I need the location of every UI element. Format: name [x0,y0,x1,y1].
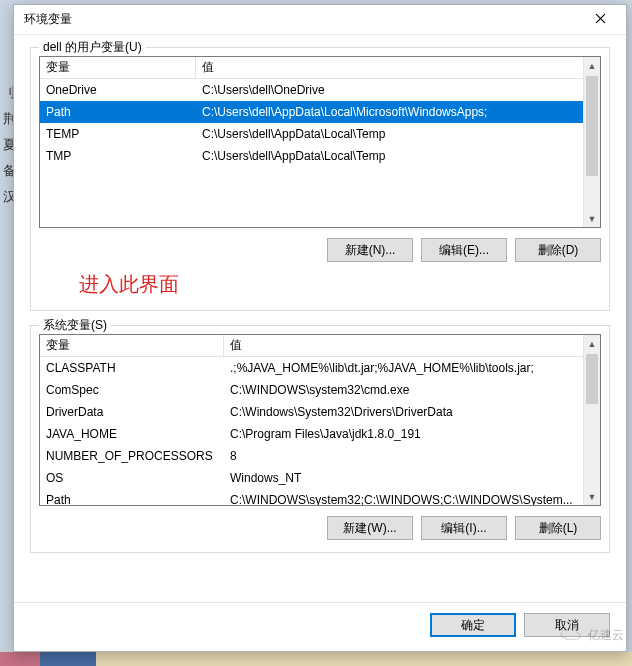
system-vars-group: 系统变量(S) 变量 值 CLASSPATH.;%JAVA_HOME%\lib\… [30,325,610,553]
titlebar[interactable]: 环境变量 [14,5,626,35]
var-name-cell: CLASSPATH [40,361,224,375]
col-header-name[interactable]: 变量 [40,57,196,78]
system-delete-button[interactable]: 删除(L) [515,516,601,540]
var-name-cell: NUMBER_OF_PROCESSORS [40,449,224,463]
window-title: 环境变量 [24,11,578,28]
watermark: 亿速云 [558,625,624,646]
var-name-cell: Path [40,105,196,119]
scrollbar[interactable]: ▲ ▼ [583,57,600,227]
scroll-up-icon[interactable]: ▲ [584,335,600,352]
ok-button[interactable]: 确定 [430,613,516,637]
col-header-value[interactable]: 值 [224,335,600,356]
var-value-cell: C:\WINDOWS\system32;C:\WINDOWS;C:\WINDOW… [224,493,583,505]
var-name-cell: OneDrive [40,83,196,97]
user-delete-button[interactable]: 删除(D) [515,238,601,262]
system-edit-button[interactable]: 编辑(I)... [421,516,507,540]
table-row[interactable]: DriverDataC:\Windows\System32\Drivers\Dr… [40,401,583,423]
var-value-cell: .;%JAVA_HOME%\lib\dt.jar;%JAVA_HOME%\lib… [224,361,583,375]
scroll-up-icon[interactable]: ▲ [584,57,600,74]
user-vars-legend: dell 的用户变量(U) [39,39,146,56]
var-value-cell: C:\Windows\System32\Drivers\DriverData [224,405,583,419]
scroll-down-icon[interactable]: ▼ [584,210,600,227]
var-value-cell: C:\Program Files\Java\jdk1.8.0_191 [224,427,583,441]
user-new-button[interactable]: 新建(N)... [327,238,413,262]
table-row[interactable]: OneDriveC:\Users\dell\OneDrive [40,79,583,101]
table-row[interactable]: NUMBER_OF_PROCESSORS8 [40,445,583,467]
scroll-thumb[interactable] [586,76,598,176]
table-row[interactable]: TMPC:\Users\dell\AppData\Local\Temp [40,145,583,167]
var-name-cell: OS [40,471,224,485]
system-vars-list[interactable]: 变量 值 CLASSPATH.;%JAVA_HOME%\lib\dt.jar;%… [39,334,601,506]
var-value-cell: C:\Users\dell\AppData\Local\Temp [196,127,583,141]
table-row[interactable]: PathC:\WINDOWS\system32;C:\WINDOWS;C:\WI… [40,489,583,505]
table-row[interactable]: ComSpecC:\WINDOWS\system32\cmd.exe [40,379,583,401]
watermark-text: 亿速云 [588,627,624,644]
system-vars-legend: 系统变量(S) [39,317,111,334]
var-value-cell: 8 [224,449,583,463]
dialog-footer: 确定 取消 [14,602,626,651]
user-vars-list[interactable]: 变量 值 OneDriveC:\Users\dell\OneDrivePathC… [39,56,601,228]
table-row[interactable]: OSWindows_NT [40,467,583,489]
scrollbar[interactable]: ▲ ▼ [583,335,600,505]
var-name-cell: TEMP [40,127,196,141]
table-row[interactable]: PathC:\Users\dell\AppData\Local\Microsof… [40,101,583,123]
system-vars-header-row[interactable]: 变量 值 [40,335,600,357]
var-value-cell: C:\Users\dell\AppData\Local\Temp [196,149,583,163]
var-value-cell: C:\Users\dell\OneDrive [196,83,583,97]
scroll-thumb[interactable] [586,354,598,404]
close-icon [595,12,606,27]
user-vars-group: dell 的用户变量(U) 变量 值 OneDriveC:\Users\dell… [30,47,610,311]
env-vars-dialog: 环境变量 dell 的用户变量(U) 变量 值 OneDriveC:\Users… [13,4,627,652]
var-name-cell: TMP [40,149,196,163]
var-value-cell: Windows_NT [224,471,583,485]
table-row[interactable]: JAVA_HOMEC:\Program Files\Java\jdk1.8.0_… [40,423,583,445]
cloud-icon [558,625,584,646]
close-button[interactable] [578,6,622,34]
annotation-text: 进入此界面 [79,271,179,298]
var-value-cell: C:\Users\dell\AppData\Local\Microsoft\Wi… [196,105,583,119]
user-edit-button[interactable]: 编辑(E)... [421,238,507,262]
col-header-value[interactable]: 值 [196,57,600,78]
user-vars-header-row[interactable]: 变量 值 [40,57,600,79]
var-name-cell: ComSpec [40,383,224,397]
col-header-name[interactable]: 变量 [40,335,224,356]
var-value-cell: C:\WINDOWS\system32\cmd.exe [224,383,583,397]
var-name-cell: Path [40,493,224,505]
table-row[interactable]: TEMPC:\Users\dell\AppData\Local\Temp [40,123,583,145]
scroll-down-icon[interactable]: ▼ [584,488,600,505]
var-name-cell: JAVA_HOME [40,427,224,441]
var-name-cell: DriverData [40,405,224,419]
system-new-button[interactable]: 新建(W)... [327,516,413,540]
table-row[interactable]: CLASSPATH.;%JAVA_HOME%\lib\dt.jar;%JAVA_… [40,357,583,379]
